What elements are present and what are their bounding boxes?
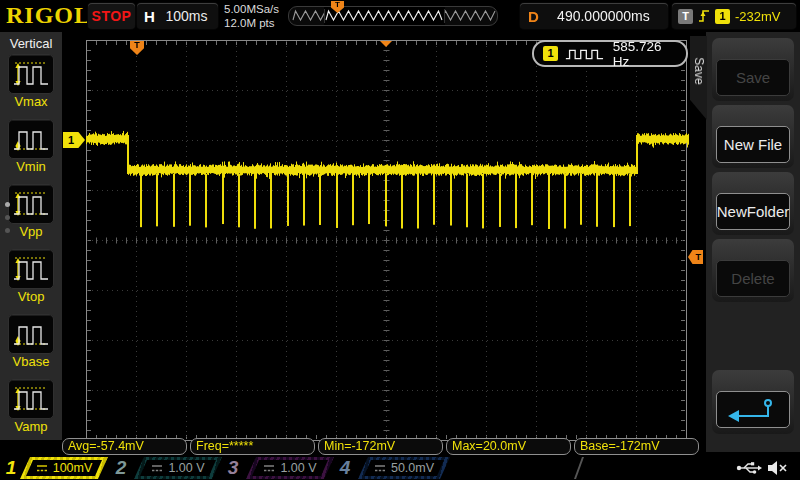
measurement-slot-1[interactable]: Avg=-57.4mV [62,438,187,455]
trigger-level-value: -232mV [735,9,781,24]
channel-4-scale-box[interactable]: 50.0mV [358,457,450,479]
freq-source-badge: 1 [543,46,558,61]
newfolder-button[interactable]: NewFolder [716,193,790,230]
menu-item-vmax[interactable]: Vmax [0,54,62,119]
menu-item-label: Vtop [0,289,62,304]
usb-icon [736,460,762,475]
channel-2-scale: 1.00 V [140,460,216,476]
channel-2-number[interactable]: 2 [112,456,130,480]
soft-key-return[interactable] [712,370,794,434]
run-state-badge[interactable]: STOP [88,3,135,29]
delay-label: D [528,8,539,25]
menu-item-vtop[interactable]: Vtop [0,249,62,314]
memory-position-bar[interactable] [288,6,498,26]
channel-status-bar: 1 100mV2 1.00 V3 1.00 V4 50.0mV [0,456,800,480]
menu-item-label: Vmin [0,159,62,174]
return-button[interactable] [716,391,790,428]
memory-waveform-preview [290,7,498,25]
square-wave-icon [564,47,607,61]
rising-edge-icon [698,8,710,24]
menu-item-label: Vamp [0,419,62,434]
soft-key-new-file[interactable]: New File [712,105,794,168]
measurement-slot-5[interactable]: Base=-172mV [574,438,699,455]
trigger-readout[interactable]: T 1 -232mV [672,3,796,29]
soft-key-delete[interactable]: Delete [712,239,794,302]
channel-4-scale: 50.0mV [364,460,444,476]
menu-item-label: Vmax [0,94,62,109]
measurement-slot-4[interactable]: Max=20.0mV [446,438,571,455]
vtop-icon [8,249,54,289]
delay-value: 490.000000ms [539,8,668,24]
menu-page-dots [5,202,10,241]
channel-4-number[interactable]: 4 [336,456,354,480]
return-arrow-icon [725,396,781,424]
channel-1-number[interactable]: 1 [2,456,20,480]
left-menu-title: Vertical [0,32,62,54]
measurement-slot-2[interactable]: Freq=***** [190,438,315,455]
memory-depth: 12.0M pts [224,16,279,30]
delete-button[interactable]: Delete [716,260,790,297]
dc-coupling-icon [36,464,48,473]
vmax-icon [8,54,54,94]
channel-2-scale-box[interactable]: 1.00 V [134,457,222,479]
acquisition-info: 5.00MSa/s 12.0M pts [224,2,279,30]
dc-coupling-icon [151,464,163,473]
channel-3-scale: 1.00 V [252,460,328,476]
h-label: H [144,8,155,25]
status-divider [574,457,584,479]
soft-key-save[interactable]: Save [712,38,794,101]
menu-item-vamp[interactable]: Vamp [0,379,62,444]
dc-coupling-icon [263,464,275,473]
frequency-value: 585.726 Hz [613,39,677,69]
measurement-slot-3[interactable]: Min=-172mV [318,438,443,455]
speaker-muted-icon [766,460,788,476]
menu-item-vbase[interactable]: Vbase [0,314,62,379]
sample-rate: 5.00MSa/s [224,2,279,16]
timebase-value: 100ms [155,8,218,24]
soft-key-newfolder[interactable]: NewFolder [712,172,794,235]
horizontal-timebase-box[interactable]: H 100ms [137,3,218,29]
delay-readout[interactable]: D 490.000000ms [520,3,668,29]
trigger-source-badge: 1 [715,9,730,24]
new-file-button[interactable]: New File [716,126,790,163]
menu-tab-label: Save [692,58,706,85]
channel-1-scale-box[interactable]: 100mV [20,457,108,479]
vmin-icon [8,119,54,159]
menu-item-label: Vbase [0,354,62,369]
vamp-icon [8,379,54,419]
rigol-logo: RIGOL [6,2,91,29]
frequency-counter: 1 585.726 Hz [532,40,688,67]
channel-1-scale: 100mV [26,460,102,476]
vbase-icon [8,314,54,354]
vpp-icon [8,184,54,224]
left-menu: Vertical Vmax Vmin Vpp Vtop Vbase Vamp [0,32,62,440]
trigger-label: T [678,9,693,24]
top-status-bar: RIGOL STOP H 100ms 5.00MSa/s 12.0M pts T… [0,0,800,32]
waveform-display[interactable] [0,0,800,480]
oscilloscope-screen: T 1 T 1 585.726 Hz RIGOL STOP H 100ms 5.… [0,0,800,480]
save-button[interactable]: Save [716,59,790,96]
dc-coupling-icon [374,464,386,473]
menu-item-vmin[interactable]: Vmin [0,119,62,184]
soft-key-menu: SaveNew FileNewFolderDelete [706,32,800,452]
channel-3-scale-box[interactable]: 1.00 V [246,457,334,479]
channel-3-number[interactable]: 3 [224,456,242,480]
